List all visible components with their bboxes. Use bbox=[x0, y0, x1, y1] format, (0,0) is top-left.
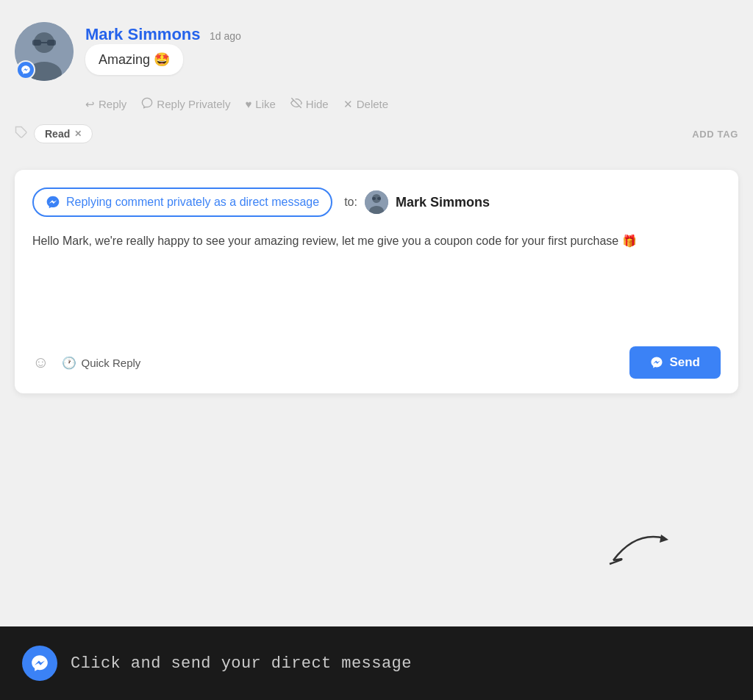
messenger-badge bbox=[16, 60, 35, 79]
svg-rect-11 bbox=[372, 197, 376, 200]
reply-privately-button[interactable]: Reply Privately bbox=[141, 97, 230, 111]
like-label: Like bbox=[255, 98, 276, 110]
comment-section: Mark Simmons 1d ago Amazing 🤩 ↩ Reply bbox=[15, 22, 738, 170]
clock-icon: 🕐 bbox=[62, 356, 76, 370]
to-label: to: bbox=[344, 196, 357, 209]
recipient-name: Mark Simmons bbox=[396, 195, 490, 210]
bottom-bar: Click and send your direct message bbox=[0, 626, 753, 700]
comment-header: Mark Simmons 1d ago Amazing 🤩 bbox=[15, 22, 738, 81]
tag-label: Read bbox=[45, 128, 70, 140]
main-content: Mark Simmons 1d ago Amazing 🤩 ↩ Reply bbox=[0, 0, 753, 626]
reply-footer: ☺ 🕐 Quick Reply Send bbox=[32, 338, 721, 379]
reply-type-label: Replying comment privately as a direct m… bbox=[66, 196, 319, 209]
reply-privately-icon bbox=[141, 97, 153, 111]
comment-meta: Mark Simmons 1d ago Amazing 🤩 bbox=[85, 22, 241, 75]
delete-label: Delete bbox=[357, 98, 388, 110]
comment-text: Amazing 🤩 bbox=[99, 52, 170, 67]
recipient-avatar bbox=[365, 190, 388, 214]
avatar-wrapper bbox=[15, 22, 74, 81]
tags-row: Read ✕ ADD TAG bbox=[15, 118, 738, 155]
comment-bubble: Amazing 🤩 bbox=[85, 44, 183, 75]
svg-rect-4 bbox=[47, 40, 56, 46]
reply-button[interactable]: ↩ Reply bbox=[85, 98, 126, 111]
tag-close-icon[interactable]: ✕ bbox=[74, 129, 82, 139]
author-name: Mark Simmons bbox=[85, 25, 201, 43]
hide-button[interactable]: Hide bbox=[290, 97, 329, 111]
hide-icon bbox=[290, 97, 302, 111]
reply-privately-label: Reply Privately bbox=[157, 98, 230, 110]
bottom-text: Click and send your direct message bbox=[71, 654, 412, 673]
hide-label: Hide bbox=[306, 98, 329, 110]
quick-reply-button[interactable]: 🕐 Quick Reply bbox=[62, 356, 140, 370]
send-button[interactable]: Send bbox=[629, 346, 721, 379]
reply-label: Reply bbox=[99, 98, 126, 110]
send-label: Send bbox=[669, 355, 700, 370]
reply-header: Replying comment privately as a direct m… bbox=[32, 188, 721, 217]
svg-rect-3 bbox=[32, 40, 41, 46]
reply-type-badge: Replying comment privately as a direct m… bbox=[32, 188, 332, 217]
annotation-area bbox=[606, 524, 694, 568]
bottom-messenger-icon bbox=[22, 646, 57, 681]
reply-icon: ↩ bbox=[85, 98, 95, 111]
add-tag-button[interactable]: ADD TAG bbox=[692, 129, 738, 140]
reply-textarea[interactable] bbox=[32, 232, 721, 320]
comment-time: 1d ago bbox=[210, 30, 241, 42]
footer-left: ☺ 🕐 Quick Reply bbox=[32, 353, 140, 372]
delete-icon: ✕ bbox=[343, 98, 353, 111]
reply-card: Replying comment privately as a direct m… bbox=[15, 170, 738, 393]
delete-button[interactable]: ✕ Delete bbox=[343, 98, 388, 111]
emoji-button[interactable]: ☺ bbox=[32, 353, 49, 372]
tag-icon bbox=[15, 126, 28, 142]
read-tag[interactable]: Read ✕ bbox=[34, 124, 93, 143]
reply-to: to: Mark Simmons bbox=[344, 190, 490, 214]
tags-left: Read ✕ bbox=[15, 124, 93, 143]
svg-rect-12 bbox=[377, 197, 381, 200]
like-button[interactable]: ♥ Like bbox=[245, 98, 275, 110]
comment-author-line: Mark Simmons 1d ago bbox=[85, 25, 241, 44]
quick-reply-label: Quick Reply bbox=[81, 357, 140, 369]
like-icon: ♥ bbox=[245, 98, 251, 110]
comment-actions: ↩ Reply Reply Privately ♥ Like bbox=[15, 90, 738, 118]
